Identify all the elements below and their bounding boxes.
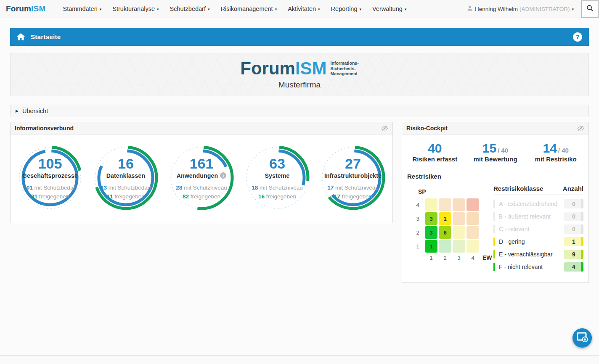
legend-count-badge: 9 bbox=[564, 250, 583, 259]
risk-stats-row: 40Risiken erfasst15/ 40mit Bewertung14/ … bbox=[402, 135, 588, 167]
legend-row: D - gering1 bbox=[493, 237, 583, 246]
stat-circle-infrastrukturobjekte[interactable]: 27Infrastrukturobjekte17 mit Schutznivea… bbox=[315, 144, 391, 212]
risk-stat-label: mit Bewertung bbox=[465, 156, 526, 163]
nav-menu-item-risikomanagement[interactable]: Risikomanagement▾ bbox=[215, 0, 283, 18]
matrix-cell bbox=[425, 198, 437, 211]
top-navigation: ForumISM Stammdaten▾Strukturanalyse▾Schu… bbox=[0, 0, 599, 18]
stat-line1-text: mit Schutzniveau bbox=[260, 185, 303, 191]
legend-row-label: D - gering bbox=[499, 238, 564, 245]
stat-label: Geschäftsprozesse bbox=[22, 172, 78, 179]
stat-line2-text: freigegeben bbox=[266, 193, 296, 200]
nav-menu-label: Schutzbedarf bbox=[170, 5, 206, 12]
matrix-sp-axis-label: SP bbox=[418, 188, 493, 195]
matrix-col-labels: 1234EW bbox=[413, 254, 493, 261]
donut-text: 16Datenklassen13 mit Schutzbedarf11 frei… bbox=[92, 144, 160, 212]
risk-stat-value: 40 bbox=[428, 141, 442, 155]
home-icon[interactable] bbox=[17, 33, 25, 40]
matrix-row-label: 4 bbox=[413, 202, 422, 208]
stat-label: Systeme bbox=[265, 172, 290, 179]
risk-stat-number: 15/ 40 bbox=[465, 141, 526, 155]
help-icon[interactable]: ? bbox=[573, 32, 582, 42]
chevron-down-icon: ▾ bbox=[572, 7, 574, 11]
nav-menu-item-stammdaten[interactable]: Stammdaten▾ bbox=[58, 0, 107, 18]
user-menu[interactable]: Henning Wilhelm (ADMINISTRATOR) ▾ bbox=[461, 0, 580, 18]
legend-count-value: 4 bbox=[572, 264, 575, 270]
donut-chart: 27Infrastrukturobjekte17 mit Schutznivea… bbox=[319, 144, 387, 212]
matrix-row: 236 bbox=[413, 226, 493, 239]
nav-menu-item-schutzbedarf[interactable]: Schutzbedarf▾ bbox=[164, 0, 215, 18]
nav-menu-item-verwaltung[interactable]: Verwaltung▾ bbox=[367, 0, 412, 18]
stat-label-text: Anwendungen bbox=[177, 172, 218, 179]
stat-label: Datenklassen bbox=[106, 172, 146, 179]
donut-text: 161Anwendungeni28 mit Schutzniveau82 fre… bbox=[167, 144, 236, 212]
donut-text: 105Geschäftsprozesse101 mit Schutzbedarf… bbox=[16, 144, 84, 212]
search-button[interactable] bbox=[581, 0, 599, 18]
matrix-row-label: 1 bbox=[413, 243, 422, 250]
stat-line2-value: 17 bbox=[334, 193, 340, 200]
stat-line1-value: 101 bbox=[23, 185, 33, 191]
nav-menu-item-strukturanalyse[interactable]: Strukturanalyse▾ bbox=[107, 0, 164, 18]
legend-row: F - nicht relevant4 bbox=[493, 262, 583, 272]
legend-row-label: B - äußerst relevant bbox=[499, 213, 564, 220]
stat-circle-anwendungen[interactable]: 161Anwendungeni28 mit Schutzniveau82 fre… bbox=[164, 144, 239, 212]
chevron-right-icon: ▶ bbox=[16, 109, 19, 113]
chevron-down-icon: ▾ bbox=[405, 7, 407, 11]
add-widget-fab-button[interactable] bbox=[572, 328, 592, 348]
overview-collapse-bar[interactable]: ▶ Übersicht bbox=[10, 105, 589, 117]
donut-chart: 105Geschäftsprozesse101 mit Schutzbedarf… bbox=[16, 144, 84, 212]
stat-label-text: Systeme bbox=[265, 172, 290, 179]
informationsverbund-title: Informationsverbund bbox=[15, 125, 74, 132]
risk-stat: 14/ 40mit Restrisiko bbox=[525, 141, 586, 163]
legend-row-label: E - vernachlässigbar bbox=[499, 251, 564, 258]
legend-row: B - äußerst relevant0 bbox=[493, 212, 583, 221]
stat-circle-geschäftsprozesse[interactable]: 105Geschäftsprozesse101 mit Schutzbedarf… bbox=[12, 144, 88, 212]
nav-menu-item-aktivitäten[interactable]: Aktivitäten▾ bbox=[282, 0, 325, 18]
stat-sublines: 28 mit Schutzniveau82 freigegeben bbox=[176, 184, 227, 201]
matrix-cell: 1 bbox=[425, 240, 437, 253]
risk-stat-label: mit Restrisiko bbox=[525, 156, 586, 163]
nav-menu-label: Risikomanagement bbox=[221, 5, 273, 12]
legend-badge-strip bbox=[581, 212, 583, 221]
legend-header-count: Anzahl bbox=[563, 185, 583, 192]
chevron-down-icon: ▾ bbox=[359, 7, 361, 11]
nav-menu-item-reporting[interactable]: Reporting▾ bbox=[326, 0, 367, 18]
legend-row-label: F - nicht relevant bbox=[499, 264, 564, 270]
add-window-icon bbox=[577, 332, 588, 344]
risk-legend: Restrisikoklasse Anzahl A - existenzbedr… bbox=[493, 180, 583, 275]
overview-label: Übersicht bbox=[22, 108, 48, 114]
risk-body: SP4331236111234EW Restrisikoklasse Anzah… bbox=[402, 180, 588, 282]
matrix-cell bbox=[453, 212, 465, 225]
matrix-col-label: 3 bbox=[453, 255, 465, 261]
brand-banner: ForumISM Informations- Sicherheits- Mana… bbox=[10, 53, 589, 96]
legend-color-bar bbox=[493, 225, 495, 233]
stat-line2-text: freigegeben bbox=[39, 193, 69, 200]
legend-count-badge: 4 bbox=[564, 262, 583, 272]
legend-count-value: 0 bbox=[572, 226, 575, 232]
informationsverbund-header: Informationsverbund bbox=[11, 122, 392, 135]
nav-menu-label: Stammdaten bbox=[63, 5, 98, 12]
stat-total: 27 bbox=[345, 156, 361, 171]
nav-menu: Stammdaten▾Strukturanalyse▾Schutzbedarf▾… bbox=[58, 0, 412, 18]
risk-stat: 40Risiken erfasst bbox=[405, 141, 465, 163]
legend-badge-strip bbox=[581, 224, 583, 234]
matrix-cell: 3 bbox=[425, 212, 437, 225]
stat-line1-value: 18 bbox=[252, 185, 258, 191]
app-logo[interactable]: ForumISM bbox=[6, 4, 46, 13]
informationsverbund-panel: Informationsverbund 105Geschäftsprozesse… bbox=[10, 122, 393, 223]
chevron-down-icon: ▾ bbox=[157, 7, 159, 11]
banner-logo-text: ForumISM bbox=[240, 60, 326, 77]
stat-circle-systeme[interactable]: 63Systeme18 mit Schutzniveau16 freigegeb… bbox=[239, 144, 315, 212]
hide-panel-icon[interactable] bbox=[381, 125, 388, 132]
stat-line2: 11 freigegeben bbox=[101, 193, 151, 201]
risiko-cockpit-title: Risiko-Cockpit bbox=[406, 125, 448, 132]
matrix-row-label: 3 bbox=[413, 216, 422, 222]
hide-panel-icon[interactable] bbox=[577, 125, 584, 132]
risk-stat-value: 14 bbox=[543, 141, 557, 155]
info-icon[interactable]: i bbox=[220, 172, 226, 179]
donut-text: 27Infrastrukturobjekte17 mit Schutznivea… bbox=[319, 144, 387, 212]
stat-circle-datenklassen[interactable]: 16Datenklassen13 mit Schutzbedarf11 frei… bbox=[88, 144, 164, 212]
matrix-ew-axis-label: EW bbox=[482, 254, 492, 261]
stat-circles: 105Geschäftsprozesse101 mit Schutzbedarf… bbox=[11, 135, 392, 223]
risk-stat-denominator: / 40 bbox=[558, 147, 569, 154]
matrix-cell bbox=[439, 198, 451, 211]
